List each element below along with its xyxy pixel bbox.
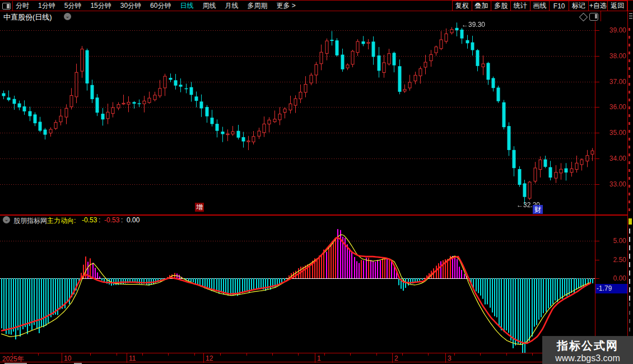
price-axis-label: 34.00 [597, 155, 626, 162]
menu-item-3[interactable]: 15分钟 [90, 1, 111, 11]
minor-tick [38, 353, 39, 356]
minor-tick [272, 353, 273, 356]
clipped-fragment [629, 91, 630, 94]
time-axis-label: 3 [448, 354, 452, 362]
clipped-fragment [629, 208, 630, 211]
clipped-fragment [629, 44, 630, 46]
minor-tick [90, 353, 91, 356]
axis-tick [595, 184, 599, 185]
divider [601, 11, 601, 21]
collapse-chevron-icon[interactable]: ⌄ [3, 216, 10, 223]
axis-tick [595, 158, 599, 159]
axis-tick [595, 56, 599, 57]
axis-tick [595, 107, 599, 108]
clipped-fragment [629, 169, 630, 172]
minor-tick [454, 353, 455, 356]
period-menu: 分时1分钟5分钟15分钟30分钟60分钟日线周线月线多周期更多 > [16, 1, 296, 11]
clipped-fragment [629, 161, 630, 164]
minor-tick [168, 353, 169, 356]
clipped-fragment [629, 75, 630, 78]
clipped-fragment [629, 130, 630, 133]
diamond-icon[interactable] [579, 13, 588, 22]
clipped-fragment [629, 270, 630, 276]
window-panel-icon[interactable] [2, 3, 11, 10]
action-buttons: 复权叠加多股统计画线F10标记+自选返回 [453, 1, 627, 11]
indicator-chart-canvas[interactable] [0, 225, 595, 353]
axis-tick [595, 82, 599, 82]
layout-toggle-icon[interactable] [589, 13, 598, 21]
minor-tick [246, 353, 247, 356]
clipped-fragment [629, 177, 630, 180]
colon: : [99, 216, 100, 224]
minor-tick [506, 353, 507, 356]
clipped-fragment [629, 245, 630, 250]
minor-tick [117, 353, 117, 356]
menu-item-4[interactable]: 30分钟 [120, 1, 141, 11]
minor-tick [298, 353, 299, 356]
menu-item-5[interactable]: 60分钟 [150, 1, 171, 11]
axis-tick [595, 133, 599, 133]
title-bar: 中直股份(日线) ⌄ [0, 11, 633, 21]
action-button-1[interactable]: 叠加 [472, 1, 492, 11]
minor-tick [350, 353, 351, 356]
event-marker-cai[interactable]: 财 [533, 205, 543, 214]
indicator-axis-label: 0.00 [597, 274, 626, 282]
month-separator [62, 353, 62, 363]
action-button-5[interactable]: F10 [549, 1, 569, 11]
event-marker-zeng[interactable]: 增 [195, 203, 204, 212]
clipped-fragment [629, 67, 630, 70]
right-edge-clipped-panel [628, 0, 633, 364]
clipped-fragment [629, 106, 630, 109]
action-button-6[interactable]: 标记 [569, 1, 589, 11]
menu-item-0[interactable]: 分时 [16, 1, 29, 11]
clipped-fragment [629, 218, 632, 225]
month-separator [203, 353, 204, 363]
indicator-value-white: 0.00 [127, 216, 139, 224]
price-axis-label: 36.00 [597, 103, 626, 111]
clipped-fragment [629, 185, 630, 188]
clipped-fragment [629, 28, 630, 31]
candlestick-chart-canvas[interactable] [0, 21, 595, 214]
menu-item-10[interactable]: 更多 > [276, 1, 295, 11]
clipped-fragment [629, 16, 632, 16]
action-button-4[interactable]: 画线 [530, 1, 550, 11]
axis-tick [595, 278, 599, 279]
time-axis-label: 10 [64, 354, 71, 362]
clipped-fragment [629, 59, 630, 62]
clipped-fragment [629, 237, 630, 242]
menu-item-9[interactable]: 多周期 [247, 1, 267, 11]
price-axis-label: 37.00 [597, 78, 626, 86]
trading-app-window: 分时1分钟5分钟15分钟30分钟60分钟日线周线月线多周期更多 > 复权叠加多股… [0, 0, 633, 364]
time-axis-label: 1 [317, 354, 321, 362]
menu-item-6[interactable]: 日线 [180, 1, 193, 11]
current-value-box: -1.79 [595, 284, 627, 293]
watermark-title: 指标公式网 [542, 338, 633, 353]
clipped-fragment [629, 319, 630, 323]
clipped-fragment [629, 36, 630, 39]
action-button-3[interactable]: 统计 [510, 1, 530, 11]
menu-item-8[interactable]: 月线 [225, 1, 238, 11]
indicator-name: 主力动向: [47, 216, 76, 226]
watermark-url: www.zbgs3.com [542, 353, 633, 363]
menu-item-2[interactable]: 5分钟 [64, 1, 82, 11]
action-button-7[interactable]: +自选 [588, 1, 608, 11]
action-button-8[interactable]: 返回 [607, 1, 627, 11]
minor-tick [142, 353, 143, 356]
minor-tick [376, 353, 377, 356]
clipped-fragment [629, 200, 630, 203]
action-button-2[interactable]: 多股 [491, 1, 511, 11]
menu-item-1[interactable]: 1分钟 [38, 1, 55, 11]
time-axis-label: 12 [206, 354, 213, 362]
clipped-fragment [629, 296, 630, 301]
clipped-fragment [629, 18, 632, 18]
clipped-fragment [629, 228, 630, 234]
time-axis-label: 2 [394, 354, 398, 362]
price-axis-label: 35.00 [597, 129, 626, 137]
time-axis: 2025年101112123 [0, 353, 627, 362]
clipped-fragment [629, 279, 630, 284]
minor-tick [194, 353, 195, 356]
action-button-0[interactable]: 复权 [452, 1, 472, 11]
menu-item-7[interactable]: 周线 [202, 1, 216, 11]
month-separator [315, 353, 315, 363]
chevron-down-icon[interactable]: ⌄ [64, 13, 71, 20]
